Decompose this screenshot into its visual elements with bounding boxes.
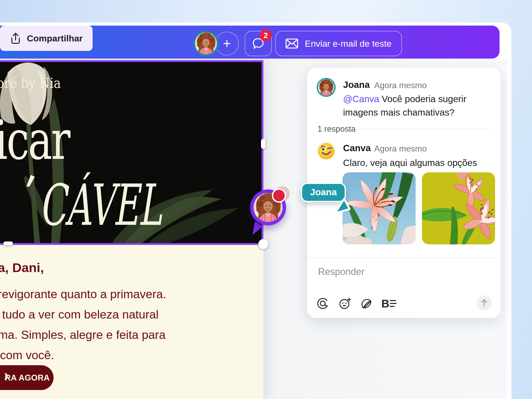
email-line: com você. <box>0 345 166 365</box>
canva-assistant-avatar <box>317 141 336 160</box>
user-avatar[interactable] <box>193 31 218 56</box>
brand-logo-text: oré by Nia <box>0 75 61 91</box>
resize-handle-bottom[interactable] <box>3 241 13 245</box>
sticker-button[interactable] <box>360 297 373 310</box>
joana-avatar <box>317 78 336 97</box>
mention-link[interactable]: @Canva <box>343 94 379 104</box>
reply-divider <box>307 257 501 258</box>
top-toolbar: + 2 Enviar e-mail de teste Compartilhar <box>0 26 500 59</box>
arrow-up-send-icon <box>480 298 489 307</box>
unread-comment-dot <box>272 188 286 203</box>
sticker-icon <box>360 297 373 310</box>
email-paragraph: revigorante quanto a primavera. tudo a v… <box>0 284 166 365</box>
envelope-icon <box>285 38 298 49</box>
suggested-image-lily[interactable] <box>343 172 416 244</box>
design-headline-top: icar <box>0 113 69 167</box>
reply-author: Canva <box>343 143 371 153</box>
emoji-button[interactable] <box>338 297 352 310</box>
comment-message: @Canva Você poderia sugerir imagens mais… <box>343 92 497 119</box>
comments-button[interactable]: 2 <box>245 31 272 56</box>
send-reply-button[interactable] <box>477 295 492 311</box>
email-greeting: a, Dani, <box>0 260 44 275</box>
text-format-button[interactable]: B <box>381 297 397 310</box>
plus-icon: + <box>223 36 231 51</box>
reply-message: Claro, veja aqui algumas opções <box>343 156 497 169</box>
text-format-icon: B <box>381 297 397 310</box>
replies-count-label: 1 resposta <box>317 124 356 134</box>
replies-divider <box>357 129 490 130</box>
shop-now-cta-button[interactable]: RA AGORA <box>0 365 54 390</box>
selected-image-element[interactable]: oré by Nia icar CÁVEL <box>0 60 263 245</box>
share-button[interactable]: Compartilhar <box>0 26 93 51</box>
comment-author: Joana <box>343 79 370 90</box>
comments-count-badge: 2 <box>260 29 272 41</box>
share-label: Compartilhar <box>27 33 83 44</box>
send-test-email-label: Enviar e-mail de teste <box>305 39 392 49</box>
export-share-icon <box>10 32 21 44</box>
email-body-section[interactable]: a, Dani, revigorante quanto a primavera.… <box>0 245 263 399</box>
svg-text:B: B <box>381 297 389 310</box>
design-headline-bottom: CÁVEL <box>39 177 161 234</box>
collaborator-cursor-icon <box>334 197 351 215</box>
reply-timestamp: Agora mesmo <box>374 144 427 154</box>
winking-emoji-icon <box>317 142 335 160</box>
email-line: revigorante quanto a primavera. <box>0 284 166 304</box>
email-line: ma. Simples, alegre e feita para <box>0 325 166 345</box>
emoji-add-icon <box>338 297 352 310</box>
email-line: tudo a ver com beleza natural <box>0 304 166 325</box>
send-test-email-button[interactable]: Enviar e-mail de teste <box>275 31 402 56</box>
at-mention-icon <box>316 297 329 310</box>
resize-handle-corner[interactable] <box>258 239 268 249</box>
mention-button[interactable] <box>316 297 329 310</box>
reply-input[interactable]: Responder <box>318 266 364 277</box>
resize-handle-right[interactable] <box>261 139 265 149</box>
comment-timestamp: Agora mesmo <box>374 80 427 90</box>
invite-collaborator-button[interactable]: + <box>215 32 239 55</box>
canva-editor: oré by Nia icar CÁVEL a, Dani, revigoran… <box>0 0 532 399</box>
suggested-image-alstroemeria[interactable] <box>422 172 495 244</box>
cta-label: RA AGORA <box>5 373 50 383</box>
